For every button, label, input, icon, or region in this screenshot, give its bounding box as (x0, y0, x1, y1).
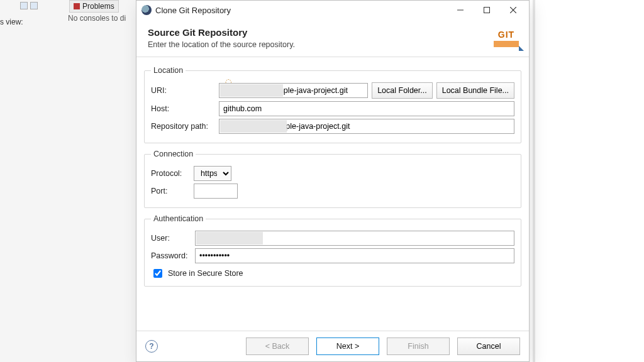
bg-view-suffix: s view: (0, 18, 23, 26)
connection-legend: Connection (151, 150, 196, 158)
header-title: Source Git Repository (148, 27, 518, 38)
minimize-icon (457, 7, 464, 13)
user-input[interactable] (195, 231, 514, 246)
help-button[interactable]: ? (145, 340, 158, 353)
protocol-select[interactable]: https (194, 166, 231, 181)
wizard-body: Location ◌ URI: Local Folder... Local Bu… (136, 57, 529, 331)
finish-button[interactable]: Finish (387, 337, 450, 355)
repo-path-input[interactable] (219, 119, 514, 134)
minimize-button[interactable] (447, 1, 474, 19)
bg-toolbar-icons (20, 2, 38, 9)
password-label: Password: (151, 251, 191, 260)
titlebar: Clone Git Repository (136, 1, 529, 19)
location-legend: Location (151, 66, 186, 75)
close-button[interactable] (500, 1, 526, 19)
store-secure-label: Store in Secure Store (168, 269, 243, 278)
help-icon: ? (149, 342, 153, 351)
password-input[interactable] (195, 248, 514, 263)
bg-problems-label: Problems (82, 2, 114, 11)
local-folder-button[interactable]: Local Folder... (372, 82, 433, 99)
eclipse-icon (142, 5, 152, 15)
connection-group: Connection Protocol: https Port: (144, 150, 521, 208)
authentication-legend: Authentication (151, 214, 206, 223)
authentication-group: Authentication User: Password: Store in … (144, 214, 521, 287)
local-bundle-button[interactable]: Local Bundle File... (436, 82, 514, 99)
wizard-footer: ? < Back Next > Finish Cancel (136, 331, 529, 361)
store-secure-checkbox[interactable] (153, 269, 162, 278)
maximize-button[interactable] (474, 1, 500, 19)
cancel-button[interactable]: Cancel (457, 337, 520, 355)
store-secure-row[interactable]: Store in Secure Store (151, 267, 514, 280)
close-icon (510, 7, 516, 13)
port-input[interactable] (194, 184, 238, 199)
wizard-header: Source Git Repository Enter the location… (136, 19, 529, 57)
bg-problems-tab: Problems (69, 0, 119, 13)
location-group: Location ◌ URI: Local Folder... Local Bu… (144, 66, 521, 143)
protocol-label: Protocol: (151, 169, 190, 178)
git-badge: GIT (490, 26, 523, 51)
header-subtitle: Enter the location of the source reposit… (148, 40, 518, 49)
svg-rect-1 (484, 8, 490, 13)
dialog-title: Clone Git Repository (155, 6, 447, 15)
clone-git-dialog: Clone Git Repository Source Git Reposito… (136, 0, 530, 362)
maximize-icon (484, 7, 490, 13)
back-button[interactable]: < Back (246, 337, 309, 355)
bg-noconsole-text: No consoles to di (68, 14, 126, 23)
repo-path-label: Repository path: (151, 122, 215, 131)
uri-input[interactable] (219, 83, 368, 98)
user-label: User: (151, 234, 191, 243)
bg-editor-border (533, 0, 535, 362)
next-button[interactable]: Next > (316, 337, 379, 355)
problems-icon (74, 3, 80, 9)
port-label: Port: (151, 187, 190, 195)
host-input[interactable] (219, 101, 514, 116)
host-label: Host: (151, 104, 215, 113)
uri-label: URI: (151, 86, 215, 95)
git-badge-text: GIT (498, 30, 514, 40)
